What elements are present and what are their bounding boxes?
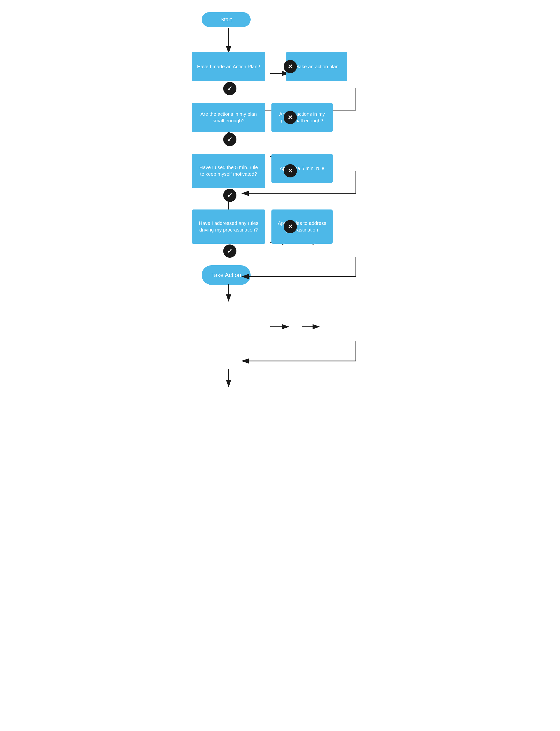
- check-icon-4: ✓: [223, 244, 236, 258]
- q1-node: Have I made an Action Plan?: [192, 52, 265, 81]
- check-icon-2: ✓: [223, 133, 236, 146]
- end-node: Take Action: [202, 265, 251, 285]
- check-icon-3: ✓: [223, 189, 236, 202]
- cross-icon-2: ✕: [284, 111, 297, 124]
- check-icon-1: ✓: [223, 82, 236, 95]
- cross-icon-4: ✕: [284, 220, 297, 233]
- r2-node: Are the actions in my plan small enough?: [271, 103, 333, 132]
- start-node: Start: [202, 12, 251, 27]
- cross-icon-3: ✕: [284, 164, 297, 177]
- q4-node: Have I addressed any rules driving my pr…: [192, 209, 265, 244]
- r3-node: Apply the 5 min. rule: [271, 154, 333, 183]
- q3-node: Have I used the 5 min. rule to keep myse…: [192, 154, 265, 188]
- cross-icon-1: ✕: [284, 60, 297, 73]
- q2-node: Are the actions in my plan small enough?: [192, 103, 265, 132]
- r4-node: Apply rules to address procrastination: [271, 209, 333, 244]
- flowchart: Start Have I made an Action Plan? Make a…: [187, 5, 373, 295]
